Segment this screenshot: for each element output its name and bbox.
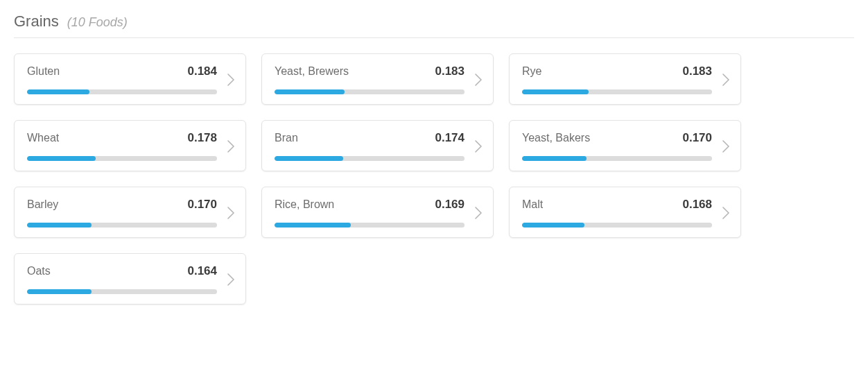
food-card[interactable]: Wheat0.178 [14,120,246,171]
progress-fill [522,223,584,228]
food-card-main: Bran0.174 [275,131,465,161]
progress-bar [522,89,712,94]
food-name: Yeast, Brewers [275,65,349,78]
chevron-right-icon [227,74,234,86]
food-card-top: Gluten0.184 [27,65,217,78]
progress-fill [27,223,92,228]
food-card-top: Rye0.183 [522,65,712,78]
progress-fill [27,89,89,94]
food-card-top: Oats0.164 [27,264,217,278]
food-card-main: Oats0.164 [27,264,217,294]
food-name: Barley [27,198,58,211]
section-header: Grains (10 Foods) [14,12,854,38]
chevron-right-icon [475,207,482,219]
food-value: 0.170 [187,198,217,212]
food-card-top: Malt0.168 [522,198,712,212]
food-card[interactable]: Rice, Brown0.169 [261,187,494,238]
chevron-right-icon [722,74,729,86]
progress-fill [522,89,589,94]
food-card-top: Barley0.170 [27,198,217,212]
progress-bar [27,223,217,228]
food-card[interactable]: Bran0.174 [261,120,494,171]
foods-grid: Gluten0.184Yeast, Brewers0.183Rye0.183Wh… [14,53,854,304]
food-value: 0.168 [682,198,712,212]
food-card[interactable]: Barley0.170 [14,187,246,238]
food-card-main: Malt0.168 [522,198,712,228]
food-card-top: Yeast, Bakers0.170 [522,131,712,145]
food-name: Malt [522,198,543,211]
chevron-right-icon [227,273,234,286]
food-value: 0.174 [435,131,465,145]
progress-fill [275,156,343,161]
food-name: Gluten [27,65,60,78]
food-card-main: Yeast, Bakers0.170 [522,131,712,161]
food-card[interactable]: Rye0.183 [509,53,741,105]
progress-fill [275,89,345,94]
food-card-top: Rice, Brown0.169 [275,198,465,212]
food-name: Wheat [27,132,59,144]
food-value: 0.164 [187,264,217,278]
food-card-top: Yeast, Brewers0.183 [275,65,465,78]
food-card[interactable]: Gluten0.184 [14,53,246,105]
progress-fill [275,223,351,228]
progress-bar [275,156,465,161]
food-value: 0.170 [682,131,712,145]
food-card[interactable]: Yeast, Brewers0.183 [261,53,494,105]
food-card-top: Wheat0.178 [27,131,217,145]
food-card-main: Rice, Brown0.169 [275,198,465,228]
progress-fill [522,156,587,161]
food-card-main: Wheat0.178 [27,131,217,161]
food-card-main: Rye0.183 [522,65,712,94]
progress-bar [27,156,217,161]
chevron-right-icon [475,140,482,153]
chevron-right-icon [722,207,729,219]
food-card[interactable]: Yeast, Bakers0.170 [509,120,741,171]
progress-fill [27,289,92,294]
section-count: (10 Foods) [67,15,128,30]
food-card-top: Bran0.174 [275,131,465,145]
food-card[interactable]: Oats0.164 [14,253,246,304]
food-value: 0.169 [435,198,465,212]
chevron-right-icon [475,74,482,86]
food-value: 0.183 [435,65,465,78]
progress-fill [27,156,96,161]
progress-bar [522,223,712,228]
food-card-main: Yeast, Brewers0.183 [275,65,465,94]
food-name: Rye [522,65,541,78]
progress-bar [27,289,217,294]
section-title: Grains [14,12,59,31]
food-name: Bran [275,132,298,144]
chevron-right-icon [722,140,729,153]
food-name: Rice, Brown [275,198,334,211]
food-value: 0.178 [187,131,217,145]
chevron-right-icon [227,207,234,219]
food-card[interactable]: Malt0.168 [509,187,741,238]
food-value: 0.184 [187,65,217,78]
progress-bar [275,223,465,228]
food-value: 0.183 [682,65,712,78]
food-card-main: Gluten0.184 [27,65,217,94]
food-name: Yeast, Bakers [522,132,590,144]
progress-bar [522,156,712,161]
progress-bar [27,89,217,94]
chevron-right-icon [227,140,234,153]
food-card-main: Barley0.170 [27,198,217,228]
progress-bar [275,89,465,94]
food-name: Oats [27,265,51,277]
